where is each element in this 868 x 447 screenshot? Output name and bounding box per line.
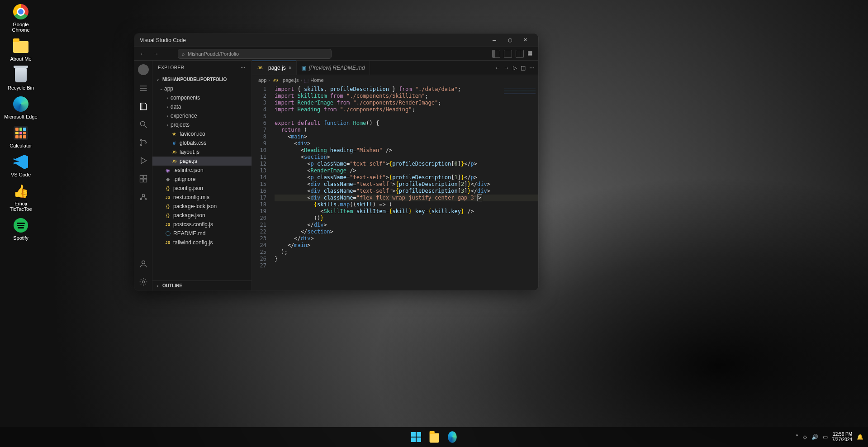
tree-folder-experience[interactable]: ›experience [152,111,251,120]
css-icon: # [171,140,178,146]
taskbar-clock[interactable]: 12:56 PM 7/27/2024 [832,432,853,442]
js-icon: JS [171,159,178,163]
code-content[interactable]: import { skills, profileDescription } fr… [272,85,538,290]
explorer-more-icon[interactable]: ⋯ [241,65,246,70]
tree-file-page[interactable]: JSpage.js [152,157,251,166]
explorer-icon[interactable] [138,101,148,111]
tree-file-readme[interactable]: ⓘREADME.md [152,229,251,238]
tree-folder-components[interactable]: ›components [152,93,251,102]
nav-forward-button[interactable]: → [151,51,161,57]
icon-label: Emoji TicTacToe [4,201,38,212]
code-editor[interactable]: 1234567891011121314151617181920212223242… [252,85,538,290]
search-text: MishanPoudel/Portfolio [188,51,239,57]
tree-file-gitignore[interactable]: ◆.gitignore [152,175,251,184]
icon-label: Spotify [13,235,28,241]
run-icon[interactable]: ▷ [513,65,517,71]
volume-icon[interactable]: 🔊 [811,434,818,440]
desktop-icon-emoji-tictactoe[interactable]: 👍 Emoji TicTacToe [4,183,38,212]
icon-label: VS Code [11,172,31,177]
icon-label: Microsoft Edge [4,114,37,119]
desktop-icon-calculator[interactable]: Calculator [4,125,38,148]
github-avatar-icon[interactable] [138,64,149,75]
close-button[interactable]: ✕ [517,33,533,47]
close-icon[interactable]: × [289,65,292,71]
svg-point-1 [140,139,142,141]
tree-file-eslint[interactable]: ◉.eslintrc.json [152,166,251,175]
search-view-icon[interactable] [138,119,148,129]
battery-icon[interactable]: ▭ [823,434,828,440]
nav-forward-icon[interactable]: → [504,65,509,71]
edge-icon [13,96,28,112]
chevron-down-icon: ⌄ [159,86,164,91]
layout-customize-icon[interactable]: ▦ [527,50,536,58]
settings-gear-icon[interactable] [138,277,148,287]
run-debug-icon[interactable] [138,156,148,166]
emoji-icon: 👍 [13,183,29,199]
desktop-icon-chrome[interactable]: Google Chrome [4,4,38,33]
nav-back-icon[interactable]: ← [495,65,500,71]
layout-sidebar-left-icon[interactable] [492,50,500,58]
desktop-icon-recycle-bin[interactable]: Recycle Bin [4,67,38,90]
tray-chevron-icon[interactable]: ˄ [796,434,798,440]
project-section-header[interactable]: ⌄ MISHANPOUDEL/PORTFOLIO [152,74,251,84]
folder-icon [13,41,28,53]
title-bar[interactable]: Visual Studio Code ─ ▢ ✕ [134,33,538,47]
split-editor-icon[interactable]: ◫ [521,65,526,71]
tree-folder-app[interactable]: ⌄app [152,84,251,93]
tree-file-jsconfig[interactable]: {}jsconfig.json [152,184,251,193]
desktop-icon-about-me[interactable]: About Me [4,38,38,62]
json-icon: {} [164,204,171,209]
menu-icon[interactable] [138,83,148,93]
vscode-window: Visual Studio Code ─ ▢ ✕ ← → ⌕ MishanPou… [134,33,538,290]
notifications-icon[interactable]: 🔔 [857,434,863,440]
tree-file-favicon[interactable]: ★favicon.ico [152,129,251,138]
clock-time: 12:56 PM [832,432,853,437]
explorer-title: EXPLORER [158,65,184,70]
chrome-icon [13,4,28,19]
command-center-bar: ← → ⌕ MishanPoudel/Portfolio ▦ [134,47,538,61]
minimap[interactable] [504,88,536,142]
extensions-icon[interactable] [138,174,148,184]
tree-file-layout[interactable]: JSlayout.js [152,147,251,157]
chevron-right-icon: › [155,284,161,288]
svg-point-9 [140,198,142,200]
desktop-icon-spotify[interactable]: Spotify [4,217,38,241]
command-center-search[interactable]: ⌕ MishanPoudel/Portfolio [178,49,332,59]
taskbar-edge[interactable] [446,431,458,443]
taskbar-file-explorer[interactable] [428,431,440,443]
start-button[interactable] [410,431,422,443]
tree-file-packagelock[interactable]: {}package-lock.json [152,202,251,211]
tab-page-js[interactable]: JS page.js × [252,61,297,75]
calculator-icon [14,126,28,140]
breadcrumb[interactable]: app › JS page.js › ⬚ Home [252,75,538,85]
desktop-icon-edge[interactable]: Microsoft Edge [4,96,38,119]
explorer-sidebar: EXPLORER ⋯ ⌄ MISHANPOUDEL/PORTFOLIO ⌄app… [152,61,252,290]
account-icon[interactable] [138,259,148,269]
wifi-icon[interactable]: ◇ [803,434,807,440]
tree-file-nextconfig[interactable]: JSnext.config.mjs [152,193,251,202]
tab-preview-readme[interactable]: ▣ [Preview] README.md [297,61,370,75]
edge-icon [448,431,457,443]
folder-icon [429,433,439,443]
more-actions-icon[interactable]: ⋯ [529,65,535,71]
outline-section-header[interactable]: › OUTLINE [152,281,251,290]
minimize-button[interactable]: ─ [487,33,502,47]
tree-folder-projects[interactable]: ›projects [152,120,251,129]
nav-back-button[interactable]: ← [137,51,148,57]
tree-folder-data[interactable]: ›data [152,102,251,111]
tree-file-tailwind[interactable]: JStailwind.config.js [152,238,251,247]
js-icon: JS [164,195,171,200]
source-control-icon[interactable] [138,138,148,147]
svg-rect-6 [140,179,143,182]
desktop-icon-vscode[interactable]: VS Code [4,154,38,177]
json-icon: {} [164,213,171,218]
tree-file-postcss[interactable]: JSpostcss.config.js [152,220,251,229]
activity-bar [134,61,152,290]
windows-logo-icon [411,432,421,442]
tree-file-globals[interactable]: #globals.css [152,138,251,147]
remote-icon[interactable] [138,192,148,202]
layout-sidebar-right-icon[interactable] [516,50,524,58]
maximize-button[interactable]: ▢ [502,33,517,47]
tree-file-package[interactable]: {}package.json [152,211,251,220]
layout-panel-icon[interactable] [504,50,512,58]
